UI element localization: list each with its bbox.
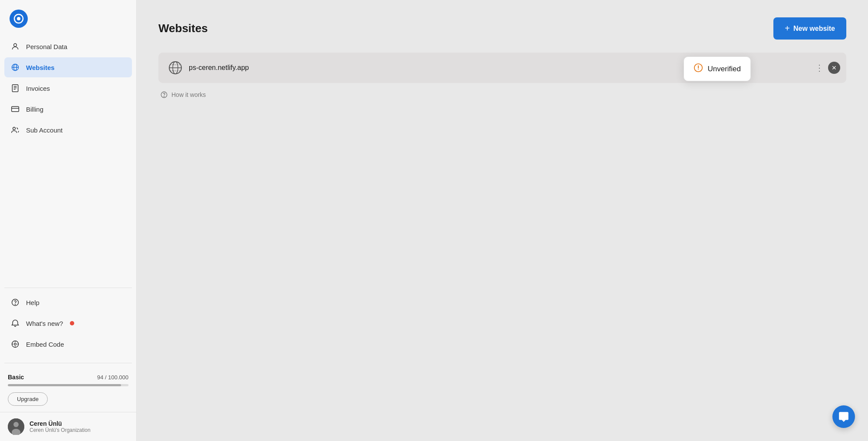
sidebar-item-websites[interactable]: Websites [4,57,132,77]
sidebar-item-label: Help [26,299,39,306]
plan-section: Basic 94 / 100.000 Upgrade [0,368,136,412]
sidebar-item-label: Billing [26,106,43,113]
sidebar-item-label: Websites [26,64,55,71]
plan-usage: 94 / 100.000 [97,374,128,381]
plus-icon: + [785,23,790,33]
person-icon [10,42,20,51]
sidebar-item-help[interactable]: Help [4,292,132,312]
sidebar-item-personal-data[interactable]: Personal Data [4,36,132,56]
website-url[interactable]: ps-ceren.netlify.app [189,64,249,72]
sidebar-item-label: What's new? [26,320,63,327]
billing-icon [10,104,20,114]
svg-point-1 [17,17,20,20]
website-globe-icon [168,60,183,75]
sidebar-item-embed-code[interactable]: Embed Code [4,334,132,354]
how-it-works-link[interactable]: How it works [160,91,846,99]
plan-divider [4,363,132,363]
bell-icon [10,318,20,328]
upgrade-button[interactable]: Upgrade [8,392,48,406]
new-website-label: New website [793,25,835,33]
plan-progress-fill [8,384,121,386]
sidebar-item-sub-account[interactable]: Sub Account [4,120,132,140]
app-logo[interactable] [10,10,28,28]
avatar [8,418,24,435]
svg-point-20 [698,69,699,70]
sidebar-item-label: Sub Account [26,126,62,134]
page-header: Websites + New website [158,17,846,40]
svg-point-9 [15,304,16,305]
user-area[interactable]: Ceren Ünlü Ceren Ünlü's Organization [0,412,136,441]
user-info: Ceren Ünlü Ceren Ünlü's Organization [30,420,90,433]
svg-rect-6 [12,106,19,112]
page-title: Websites [158,22,208,35]
user-org: Ceren Ünlü's Organization [30,427,90,433]
new-website-button[interactable]: + New website [773,17,846,40]
svg-point-7 [13,127,16,130]
sidebar-bottom-nav: Help What's new? Embed Code [0,292,136,354]
svg-rect-5 [12,85,18,92]
main-content: Websites + New website ps-ceren.netlify.… [137,0,868,441]
plan-header: Basic 94 / 100.000 [8,374,128,381]
help-icon [10,298,20,307]
sidebar-divider [4,288,132,288]
svg-point-18 [164,96,164,97]
sidebar-item-billing[interactable]: Billing [4,99,132,119]
sub-account-icon [10,125,20,135]
sidebar-nav: Personal Data Websites Invoices [0,36,136,283]
row-more-icon[interactable]: ⋮ [815,63,824,73]
sidebar-item-label: Embed Code [26,341,64,348]
sidebar-item-label: Invoices [26,85,50,92]
unverified-popup: Unverified [684,56,751,81]
row-close-button[interactable]: ✕ [828,62,840,74]
globe-icon [10,63,20,72]
svg-point-2 [14,43,17,46]
unverified-warning-icon [694,63,703,75]
sidebar-item-invoices[interactable]: Invoices [4,78,132,98]
sidebar-item-label: Personal Data [26,43,67,50]
svg-point-11 [14,343,16,345]
svg-point-13 [13,422,19,427]
plan-progress-bar [8,384,128,386]
plan-name: Basic [8,374,24,381]
how-it-works-label: How it works [171,91,206,98]
sidebar: Personal Data Websites Invoices [0,0,137,441]
invoice-icon [10,83,20,93]
unverified-label: Unverified [707,65,741,73]
sidebar-item-whats-new[interactable]: What's new? [4,313,132,333]
chat-bubble-button[interactable] [832,405,855,428]
embed-icon [10,339,20,349]
notification-badge [70,321,74,325]
user-name: Ceren Ünlü [30,420,90,427]
